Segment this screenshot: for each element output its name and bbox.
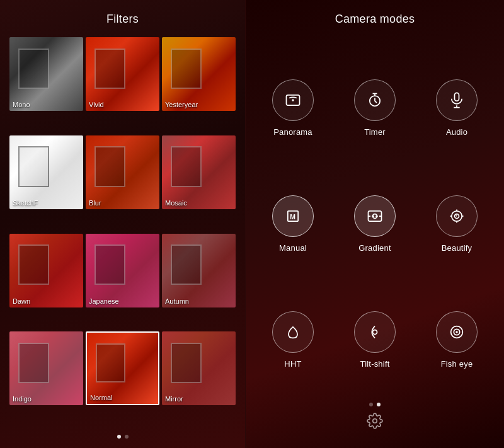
mode-label-timer: Timer	[364, 127, 386, 137]
mode-item-tiltshift[interactable]: Tilt-shift	[334, 282, 416, 398]
filter-item-mosaic[interactable]: Mosaic	[162, 135, 236, 209]
filters-pagination	[117, 435, 129, 439]
filter-item-normal[interactable]: Normal	[86, 331, 159, 405]
filter-label-sketch: SketchF	[13, 199, 38, 207]
svg-point-21	[455, 331, 458, 333]
filter-item-mono[interactable]: Mono	[9, 37, 83, 111]
filter-label-dawn: Dawn	[13, 297, 30, 305]
mode-item-hht[interactable]: HHT	[252, 282, 334, 398]
mode-label-beautify: Beautify	[442, 243, 472, 253]
pagination-dot-2	[125, 435, 129, 439]
filter-label-yesteryear: Yesteryear	[165, 101, 198, 108]
filter-item-yesteryear[interactable]: Yesteryear	[162, 37, 236, 111]
settings-icon[interactable]	[367, 413, 383, 429]
mode-label-manual: Manual	[279, 243, 307, 253]
svg-point-18	[373, 330, 377, 334]
filters-title: Filters	[106, 13, 139, 26]
filter-item-sketch[interactable]: SketchF	[9, 135, 83, 209]
mode-item-gradient[interactable]: Gradient	[334, 166, 416, 282]
filter-label-mosaic: Mosaic	[165, 199, 187, 207]
svg-point-1	[292, 99, 294, 101]
mode-label-audio: Audio	[446, 127, 467, 137]
mode-circle-hht	[272, 311, 314, 353]
mode-circle-panorama	[272, 79, 314, 121]
filter-item-dawn[interactable]: Dawn	[9, 234, 83, 307]
filter-item-mirror[interactable]: Mirror	[162, 331, 236, 405]
filter-label-indigo: Indigo	[13, 395, 32, 403]
filter-label-vivid: Vivid	[89, 101, 104, 108]
mode-circle-timer	[354, 79, 396, 121]
modes-title: Camera modes	[335, 13, 415, 26]
filters-grid: MonoVividYesteryearSketchFBlurMosaicDawn…	[9, 37, 236, 427]
mode-circle-manual: M	[272, 195, 314, 237]
mode-label-panorama: Panorama	[273, 127, 312, 137]
svg-rect-3	[455, 93, 459, 101]
mode-item-fisheye[interactable]: Fish eye	[416, 282, 498, 398]
filters-panel: Filters MonoVividYesteryearSketchFBlurMo…	[0, 0, 246, 448]
camera-modes-panel: Camera modes PanoramaTimerAudioMManualGr…	[246, 0, 504, 448]
svg-text:+: +	[455, 213, 458, 219]
mode-item-audio[interactable]: Audio	[416, 50, 498, 166]
settings-area	[367, 413, 383, 439]
mode-label-fisheye: Fish eye	[441, 359, 473, 369]
modes-pagination	[369, 403, 381, 406]
modes-dot-2	[377, 403, 381, 406]
filter-item-autumn[interactable]: Autumn	[162, 234, 236, 307]
pagination-dot-1	[117, 435, 121, 439]
filter-label-mirror: Mirror	[165, 395, 183, 403]
mode-item-manual[interactable]: MManual	[252, 166, 334, 282]
mode-circle-tiltshift	[354, 311, 396, 353]
mode-circle-audio	[436, 79, 478, 121]
filter-item-japanese[interactable]: Japanese	[86, 234, 159, 307]
filter-label-mono: Mono	[13, 101, 30, 108]
filter-label-blur: Blur	[89, 199, 101, 207]
mode-circle-gradient	[354, 195, 396, 237]
filter-item-indigo[interactable]: Indigo	[9, 331, 83, 405]
filter-label-japanese: Japanese	[89, 297, 119, 305]
mode-label-tiltshift: Tilt-shift	[360, 359, 389, 369]
filter-item-blur[interactable]: Blur	[86, 135, 159, 209]
filter-item-vivid[interactable]: Vivid	[86, 37, 159, 111]
mode-label-gradient: Gradient	[358, 243, 391, 253]
modes-dot-1	[369, 403, 373, 406]
mode-item-beautify[interactable]: +Beautify	[416, 166, 498, 282]
svg-text:M: M	[290, 212, 295, 220]
svg-point-22	[373, 419, 377, 423]
mode-label-hht: HHT	[284, 359, 301, 369]
mode-circle-fisheye	[436, 311, 478, 353]
mode-item-panorama[interactable]: Panorama	[252, 50, 334, 166]
filter-label-normal: Normal	[90, 394, 112, 401]
mode-item-timer[interactable]: Timer	[334, 50, 416, 166]
mode-circle-beautify: +	[436, 195, 478, 237]
filter-label-autumn: Autumn	[165, 297, 189, 305]
modes-grid: PanoramaTimerAudioMManualGradient+Beauti…	[252, 50, 498, 398]
